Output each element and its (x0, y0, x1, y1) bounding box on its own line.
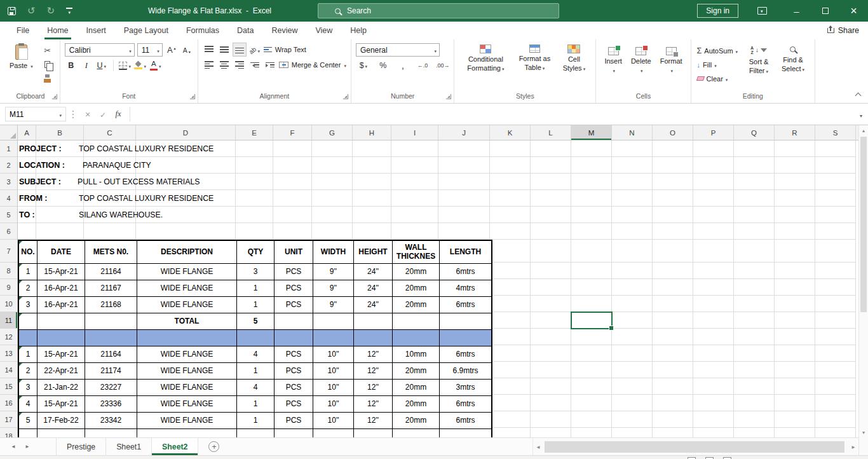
ribbon-display-options-icon[interactable] (757, 7, 767, 15)
row-header-12[interactable]: 12 (0, 329, 17, 345)
tab-view[interactable]: View (306, 22, 341, 39)
minimize-button[interactable] (782, 0, 811, 22)
format-as-table-button[interactable]: Format as Table (512, 43, 557, 91)
dialog-launcher-icon[interactable] (446, 94, 451, 99)
horizontal-scroll-track[interactable] (543, 438, 848, 456)
new-sheet-button[interactable] (208, 441, 219, 452)
table-cell[interactable]: 20mm (393, 264, 440, 280)
table-cell[interactable]: 21-Jan-22 (37, 380, 85, 396)
table-cell[interactable] (137, 429, 237, 437)
row-header-16[interactable]: 16 (0, 395, 17, 411)
table-cell[interactable]: 24'' (354, 264, 393, 280)
column-header-Q[interactable]: Q (734, 125, 775, 140)
table-cell[interactable]: 22-Apr-21 (37, 363, 85, 380)
table-cell[interactable]: 1 (19, 346, 37, 363)
table-header-cell[interactable]: DATE (37, 241, 85, 264)
table-cell[interactable]: 6mtrs (440, 346, 491, 363)
font-name-combo[interactable]: Calibri (65, 43, 135, 57)
table-cell[interactable]: PCS (275, 380, 313, 396)
table-cell[interactable] (237, 429, 275, 437)
row-header-3[interactable]: 3 (0, 174, 17, 190)
table-cell[interactable]: 20mm (393, 297, 440, 313)
align-center-button[interactable] (218, 58, 231, 71)
increase-indent-button[interactable] (264, 58, 276, 71)
table-cell[interactable]: 20mm (393, 280, 440, 297)
cell-B5-value[interactable]: SILANG WAREHOUSE. (79, 207, 163, 223)
row-header-7[interactable]: 7 (0, 240, 17, 263)
table-cell[interactable]: 23336 (85, 396, 137, 413)
table-cell[interactable] (37, 429, 85, 437)
table-cell[interactable] (37, 330, 85, 346)
search-box[interactable]: Search (318, 3, 559, 18)
table-cell[interactable] (19, 429, 37, 437)
orientation-button[interactable] (248, 43, 261, 56)
column-header-P[interactable]: P (693, 125, 734, 140)
merge-center-button[interactable]: Merge & Center (279, 61, 346, 69)
tab-help[interactable]: Help (341, 22, 376, 39)
vertical-scrollbar[interactable] (858, 125, 868, 437)
column-header-F[interactable]: F (273, 125, 312, 140)
table-cell[interactable]: 21164 (85, 264, 137, 280)
table-cell[interactable]: WIDE FLANGE (137, 297, 237, 313)
table-cell[interactable]: 4 (237, 346, 275, 363)
maximize-button[interactable] (811, 0, 839, 22)
table-header-cell[interactable]: WALL THICKNES (393, 241, 440, 264)
table-cell[interactable]: 1 (237, 280, 275, 297)
column-header-G[interactable]: G (312, 125, 353, 140)
table-cell[interactable] (19, 330, 37, 346)
column-header-R[interactable]: R (775, 125, 815, 140)
table-cell[interactable] (275, 313, 313, 330)
table-cell[interactable]: 12'' (354, 413, 393, 429)
row-header-8[interactable]: 8 (0, 263, 17, 279)
column-header-A[interactable]: A (18, 125, 36, 140)
font-size-combo[interactable]: 11 (137, 43, 163, 57)
cell-A5[interactable]: TO : (19, 207, 35, 223)
row-header-13[interactable]: 13 (0, 345, 17, 362)
table-cell[interactable]: 10'' (313, 396, 354, 413)
name-box[interactable]: M11 (5, 107, 66, 121)
tab-file[interactable]: File (8, 22, 38, 39)
row-header-5[interactable]: 5 (0, 207, 17, 223)
underline-button[interactable]: U (95, 59, 108, 72)
fill-color-button[interactable] (134, 59, 147, 72)
cell-B1-value[interactable]: TOP COASTAL LUXURY RESIDENCE (79, 140, 214, 157)
column-header-S[interactable]: S (815, 125, 856, 140)
table-cell[interactable]: 10'' (313, 346, 354, 363)
clear-button[interactable]: Clear (696, 72, 740, 85)
table-cell[interactable]: 20mm (393, 413, 440, 429)
collapse-ribbon-icon[interactable] (855, 93, 862, 99)
table-cell[interactable]: 21164 (85, 346, 137, 363)
scroll-down-icon[interactable] (859, 427, 868, 437)
cell-A1[interactable]: PROJECT : (19, 140, 62, 157)
table-cell[interactable]: 9'' (313, 264, 354, 280)
percent-style-button[interactable]: % (377, 59, 390, 72)
table-cell[interactable]: PCS (275, 396, 313, 413)
table-cell[interactable]: 10mm (393, 346, 440, 363)
table-cell[interactable]: 15-Apr-21 (37, 346, 85, 363)
column-header-E[interactable]: E (236, 125, 273, 140)
table-cell[interactable]: 20mm (393, 363, 440, 380)
row-header-4[interactable]: 4 (0, 190, 17, 207)
scroll-up-icon[interactable] (859, 125, 868, 135)
table-cell[interactable]: WIDE FLANGE (137, 363, 237, 380)
table-cell[interactable]: 6mtrs (440, 297, 491, 313)
table-cell[interactable]: 3 (237, 264, 275, 280)
accounting-format-button[interactable]: $ (357, 59, 370, 72)
table-cell[interactable] (440, 429, 491, 437)
table-cell[interactable]: PCS (275, 280, 313, 297)
table-cell[interactable]: 10'' (313, 380, 354, 396)
table-header-cell[interactable]: WIDTH (313, 241, 354, 264)
table-cell[interactable]: 1 (237, 297, 275, 313)
row-header-11[interactable]: 11 (0, 312, 17, 329)
format-cells-button[interactable]: Format (656, 45, 686, 91)
select-all-button[interactable] (0, 125, 18, 140)
enter-button[interactable] (95, 109, 111, 120)
table-cell[interactable]: 23227 (85, 380, 137, 396)
column-header-K[interactable]: K (490, 125, 531, 140)
cell-A4[interactable]: FROM : (19, 190, 47, 207)
table-cell[interactable] (313, 330, 354, 346)
table-cell[interactable] (137, 330, 237, 346)
cancel-button[interactable] (80, 109, 95, 120)
table-cell[interactable]: 20mm (393, 396, 440, 413)
autosum-button[interactable]: AutoSum (696, 44, 740, 57)
